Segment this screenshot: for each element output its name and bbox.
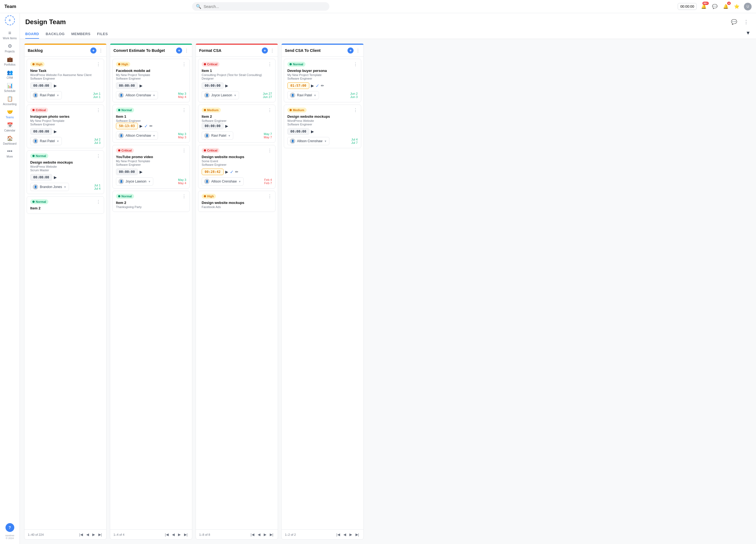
favorites-btn[interactable]: ⭐ — [733, 3, 741, 10]
chat-btn[interactable]: 💬 — [711, 3, 719, 10]
pg-next-btn[interactable]: ▶ — [263, 532, 268, 537]
timer-play-btn[interactable]: ▶ — [140, 83, 143, 88]
timer-play-btn[interactable]: ▶ — [54, 175, 57, 180]
sidebar-item-accounting[interactable]: 📋 Accounting — [1, 94, 19, 107]
sidebar-item-dashboard[interactable]: 🏠 Dashboard — [1, 134, 19, 147]
pg-next-btn[interactable]: ▶ — [91, 532, 96, 537]
assignee-select[interactable]: 👤 Joyce Lawson ▼ — [116, 177, 153, 186]
add-card-btn-backlog[interactable]: + — [90, 48, 96, 54]
column-menu-send-csa[interactable]: ⋮ — [356, 48, 360, 53]
pg-first-btn[interactable]: |◀ — [335, 532, 341, 537]
card-menu-btn[interactable]: ⋮ — [353, 62, 358, 67]
card-menu-btn[interactable]: ⋮ — [268, 194, 272, 199]
card-menu-btn[interactable]: ⋮ — [268, 62, 272, 67]
assignee-select[interactable]: 👤 Allison Crenshaw ▼ — [202, 177, 244, 186]
sidebar-item-projects[interactable]: ⚙ Projects — [1, 41, 19, 55]
timer-play-btn[interactable]: ▶ — [225, 83, 228, 88]
timer-display[interactable]: 00:00:00 — [678, 3, 697, 10]
pg-next-btn[interactable]: ▶ — [348, 532, 353, 537]
timer-play-btn[interactable]: ▶ — [54, 83, 57, 88]
pg-prev-btn[interactable]: ◀ — [171, 532, 176, 537]
add-card-btn-convert-estimate[interactable]: + — [176, 48, 182, 54]
card-menu-btn[interactable]: ⋮ — [182, 62, 186, 67]
timer-check-btn[interactable]: ✓ — [316, 83, 319, 88]
add-card-btn-format-csa[interactable]: + — [262, 48, 268, 54]
filter-button[interactable]: ▼ — [746, 30, 751, 36]
sidebar-item-more[interactable]: ••• More — [1, 147, 19, 160]
pg-first-btn[interactable]: |◀ — [78, 532, 84, 537]
tab-files[interactable]: FILES — [97, 30, 108, 39]
tab-members[interactable]: MEMBERS — [71, 30, 90, 39]
card-menu-btn[interactable]: ⋮ — [353, 108, 358, 113]
card-footer: 👤 Joyce Lawson ▼ Jun 27 Jun 27 — [202, 91, 272, 99]
pg-prev-btn[interactable]: ◀ — [85, 532, 90, 537]
pg-next-btn[interactable]: ▶ — [177, 532, 182, 537]
column-menu-backlog[interactable]: ⋮ — [99, 48, 103, 53]
assignee-select[interactable]: 👤 Ravi Patel ▼ — [202, 132, 233, 140]
timer-check-btn[interactable]: ✓ — [230, 169, 234, 175]
apps-btn[interactable]: 🔔 4 — [722, 3, 730, 10]
timer-play-btn[interactable]: ▶ — [225, 124, 228, 128]
timer-check-btn[interactable]: ✓ — [144, 124, 148, 129]
timer-play-btn[interactable]: ▶ — [140, 170, 143, 174]
card-menu-btn[interactable]: ⋮ — [96, 108, 101, 113]
card-menu-btn[interactable]: ⋮ — [182, 108, 186, 113]
sidebar-add-button[interactable]: + — [5, 15, 15, 25]
assignee-select[interactable]: 👤 Allison Crenshaw ▼ — [116, 91, 158, 99]
pg-prev-btn[interactable]: ◀ — [257, 532, 262, 537]
sidebar-item-schedule[interactable]: 📊 Schedule — [1, 81, 19, 94]
pg-last-btn[interactable]: ▶| — [269, 532, 274, 537]
sidebar-item-portfolios[interactable]: 💼 Portfolios — [1, 55, 19, 68]
pg-first-btn[interactable]: |◀ — [249, 532, 255, 537]
timer-play-btn[interactable]: ▶ — [140, 124, 143, 128]
more-options-btn[interactable]: ⋮ — [742, 18, 751, 26]
timer-play-btn[interactable]: ▶ — [311, 129, 314, 134]
timer-play-btn[interactable]: ▶ — [311, 83, 314, 88]
tab-backlog[interactable]: BACKLOG — [46, 30, 65, 39]
column-menu-format-csa[interactable]: ⋮ — [270, 48, 274, 53]
pg-last-btn[interactable]: ▶| — [183, 532, 189, 537]
assignee-select[interactable]: 👤 Ravi Patel ▼ — [30, 137, 62, 145]
assignee-select[interactable]: 👤 Allison Crenshaw ▼ — [116, 132, 158, 140]
timer-play-btn[interactable]: ▶ — [54, 129, 57, 134]
header-actions: 💬 ⋮ — [730, 18, 751, 26]
card-header: Medium ⋮ — [287, 108, 358, 113]
notification-btn[interactable]: 🔔 99+ — [700, 3, 708, 10]
assignee-select[interactable]: 👤 Brandon Jones ▼ — [30, 183, 69, 191]
pg-first-btn[interactable]: |◀ — [164, 532, 169, 537]
timer-edit-btn[interactable]: ✏ — [235, 170, 238, 174]
chat-icon: 💬 — [712, 4, 718, 9]
timer-play-btn[interactable]: ▶ — [225, 170, 228, 174]
timer-value: 50:13:03 — [116, 123, 138, 129]
sidebar-item-teams[interactable]: 🤝 Teams — [1, 107, 19, 121]
card-menu-btn[interactable]: ⋮ — [268, 108, 272, 113]
card-dates: Jun 1 Jun 1 — [93, 92, 101, 99]
assignee-select[interactable]: 👤 Allison Crenshaw ▼ — [287, 137, 329, 145]
assignee-select[interactable]: 👤 Ravi Patel ▼ — [287, 91, 319, 99]
timer-edit-btn[interactable]: ✏ — [149, 124, 153, 128]
pg-last-btn[interactable]: ▶| — [97, 532, 103, 537]
user-avatar[interactable]: U — [744, 3, 752, 10]
search-input[interactable] — [204, 4, 326, 9]
timer-edit-btn[interactable]: ✏ — [321, 83, 324, 88]
comment-icon-btn[interactable]: 💬 — [730, 18, 738, 26]
search-bar[interactable]: 🔍 — [192, 2, 329, 11]
assignee-select[interactable]: 👤 Ravi Patel ▼ — [30, 91, 62, 99]
sidebar-item-crm[interactable]: 👥 CRM — [1, 68, 19, 81]
card-menu-btn[interactable]: ⋮ — [268, 148, 272, 153]
assignee-select[interactable]: 👤 Joyce Lawson ▼ — [202, 91, 239, 99]
tab-board[interactable]: BOARD — [25, 30, 39, 39]
card-menu-btn[interactable]: ⋮ — [182, 194, 186, 199]
card-menu-btn[interactable]: ⋮ — [182, 148, 186, 153]
column-menu-convert-estimate[interactable]: ⋮ — [184, 48, 189, 53]
card-menu-btn[interactable]: ⋮ — [96, 199, 101, 205]
card-menu-btn[interactable]: ⋮ — [96, 62, 101, 67]
pg-prev-btn[interactable]: ◀ — [342, 532, 347, 537]
card-menu-btn[interactable]: ⋮ — [96, 154, 101, 159]
card-subtitle: Software Engineer — [202, 119, 272, 122]
help-button[interactable]: ? — [5, 523, 14, 532]
sidebar-item-work-items[interactable]: ≡ Work Items — [1, 29, 19, 41]
pg-last-btn[interactable]: ▶| — [354, 532, 360, 537]
add-card-btn-send-csa[interactable]: + — [348, 48, 354, 54]
sidebar-item-calendar[interactable]: 📅 Calendar — [1, 121, 19, 134]
